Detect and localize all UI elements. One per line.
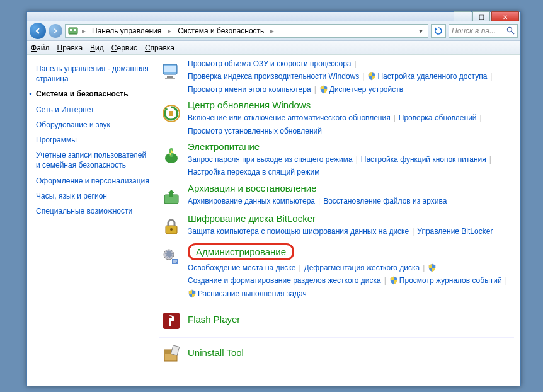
search-input[interactable]: Поиск в па... xyxy=(449,24,518,38)
category-title-backup[interactable]: Архивация и восстановление xyxy=(188,183,317,193)
link-separator: | xyxy=(315,197,323,205)
task-link[interactable]: Запрос пароля при выходе из спящего режи… xyxy=(188,155,353,164)
sidebar-item-0[interactable]: Панель управления - домашняя страница xyxy=(36,61,151,86)
link-separator: | xyxy=(311,85,319,94)
breadcrumb-system-security[interactable]: Система и безопасность xyxy=(175,26,266,36)
back-button[interactable] xyxy=(30,23,46,39)
task-link[interactable]: Просмотр имени этого компьютера xyxy=(188,85,311,94)
svg-rect-7 xyxy=(167,76,173,78)
task-link[interactable]: Архивирование данных компьютера xyxy=(188,197,315,205)
system-icon xyxy=(159,59,184,84)
sidebar-item-4[interactable]: Программы xyxy=(36,132,151,147)
address-dropdown-button[interactable]: ▾ xyxy=(416,26,425,35)
refresh-button[interactable] xyxy=(431,24,446,38)
link-separator: | xyxy=(486,155,494,164)
breadcrumb-control-panel[interactable]: Панель управления xyxy=(89,26,164,36)
link-separator: | xyxy=(409,227,417,236)
svg-line-4 xyxy=(512,32,514,34)
category-links: Освобождение места на диске|Дефрагментац… xyxy=(188,262,514,300)
sidebar-item-1[interactable]: Система и безопасность xyxy=(36,86,151,101)
category-title-update[interactable]: Центр обновления Windows xyxy=(188,100,311,110)
task-link[interactable]: Расписание выполнения задач xyxy=(198,289,307,298)
menu-tools[interactable]: Сервис xyxy=(111,43,137,52)
chevron-right-icon: ▸ xyxy=(81,26,87,35)
task-link[interactable]: Дефрагментация жесткого диска xyxy=(304,263,420,272)
category-links: Запрос пароля при выходе из спящего режи… xyxy=(188,153,514,179)
address-bar[interactable]: ▸ Панель управления ▸ Система и безопасн… xyxy=(65,24,428,38)
sidebar-item-5[interactable]: Учетные записи пользователей и семейная … xyxy=(36,147,151,173)
task-link[interactable]: Проверка индекса производительности Wind… xyxy=(188,72,359,81)
svg-rect-10 xyxy=(169,111,173,116)
menu-edit[interactable]: Правка xyxy=(57,43,83,52)
svg-point-3 xyxy=(508,28,512,32)
category-uninstall: Uninstall Tool xyxy=(159,337,514,367)
category-title-flash[interactable]: Flash Player xyxy=(188,314,240,325)
admin-icon xyxy=(159,245,184,270)
menu-file[interactable]: Файл xyxy=(31,43,50,52)
content-pane: Просмотр объема ОЗУ и скорости процессор… xyxy=(156,55,520,386)
category-update: Центр обновления WindowsВключение или от… xyxy=(159,100,514,137)
control-panel-icon xyxy=(68,26,78,36)
svg-rect-2 xyxy=(74,29,76,31)
task-link[interactable]: Просмотр установленных обновлений xyxy=(188,127,322,135)
task-link[interactable]: Восстановление файлов из архива xyxy=(323,197,447,205)
power-icon xyxy=(159,142,184,168)
category-flash: Flash Player xyxy=(159,304,514,333)
category-links: Архивирование данных компьютера|Восстано… xyxy=(188,195,514,207)
task-link[interactable]: Освобождение места на диске xyxy=(188,263,295,272)
chevron-right-icon: ▸ xyxy=(166,26,173,35)
sidebar-item-7[interactable]: Часы, язык и регион xyxy=(36,188,151,204)
shield-icon xyxy=(389,276,398,285)
category-links: Просмотр объема ОЗУ и скорости процессор… xyxy=(188,57,514,96)
task-link[interactable]: Диспетчер устройств xyxy=(329,85,403,94)
category-bitlocker: Шифрование диска BitLockerЗащита компьют… xyxy=(159,213,514,239)
link-separator: | xyxy=(353,155,361,164)
shield-icon xyxy=(319,85,328,94)
search-icon xyxy=(506,26,515,35)
link-separator: | xyxy=(295,263,304,272)
navbar: ▸ Панель управления ▸ Система и безопасн… xyxy=(27,21,520,41)
category-system: Просмотр объема ОЗУ и скорости процессор… xyxy=(159,57,514,96)
sidebar-item-8[interactable]: Специальные возможности xyxy=(36,204,151,219)
category-links: Включение или отключение автоматического… xyxy=(188,112,514,137)
menubar: Файл Правка Вид Сервис Справка xyxy=(27,41,520,55)
task-link[interactable]: Защита компьютера с помощью шифрования д… xyxy=(188,227,409,236)
menu-view[interactable]: Вид xyxy=(90,43,104,52)
link-separator: | xyxy=(477,113,485,122)
category-title-admin[interactable]: Администрирование xyxy=(188,243,294,260)
category-title-power[interactable]: Электропитание xyxy=(188,141,260,152)
link-separator: | xyxy=(381,276,389,285)
svg-rect-8 xyxy=(165,78,175,79)
update-icon xyxy=(159,101,184,126)
sidebar-item-6[interactable]: Оформление и персонализация xyxy=(36,173,151,188)
link-separator: | xyxy=(359,72,367,81)
task-link[interactable]: Просмотр журналов событий xyxy=(399,276,502,285)
bitlocker-icon xyxy=(159,214,184,239)
category-title-bitlocker[interactable]: Шифрование диска BitLocker xyxy=(188,213,316,224)
search-placeholder: Поиск в па... xyxy=(452,26,496,35)
task-link[interactable]: Проверка обновлений xyxy=(399,113,477,122)
task-link[interactable]: Настройка перехода в спящий режим xyxy=(188,168,319,176)
titlebar: — ☐ ✕ xyxy=(27,12,520,21)
task-link[interactable]: Настройка удаленного доступа xyxy=(377,72,487,81)
shield-icon xyxy=(188,289,197,298)
forward-button[interactable] xyxy=(49,24,62,38)
task-link[interactable]: Включение или отключение автоматического… xyxy=(188,113,391,122)
task-link[interactable]: Управление BitLocker xyxy=(417,227,493,236)
category-power: ЭлектропитаниеЗапрос пароля при выходе и… xyxy=(159,141,514,179)
link-separator: | xyxy=(487,72,495,81)
task-link[interactable]: Создание и форматирование разделов жестк… xyxy=(188,276,381,285)
link-separator: | xyxy=(420,263,428,272)
menu-help[interactable]: Справка xyxy=(145,43,174,52)
sidebar-item-2[interactable]: Сеть и Интернет xyxy=(36,102,151,117)
shield-icon xyxy=(367,72,376,81)
shield-icon xyxy=(428,263,437,272)
task-link[interactable]: Просмотр объема ОЗУ и скорости процессор… xyxy=(188,59,352,68)
backup-icon xyxy=(159,184,184,209)
sidebar-item-3[interactable]: Оборудование и звук xyxy=(36,117,151,132)
category-title-uninstall[interactable]: Uninstall Tool xyxy=(188,347,244,358)
svg-rect-21 xyxy=(171,345,179,355)
task-link[interactable]: Настройка функций кнопок питания xyxy=(361,155,486,164)
uninstall-icon xyxy=(159,342,184,367)
category-links: Защита компьютера с помощью шифрования д… xyxy=(188,225,514,238)
